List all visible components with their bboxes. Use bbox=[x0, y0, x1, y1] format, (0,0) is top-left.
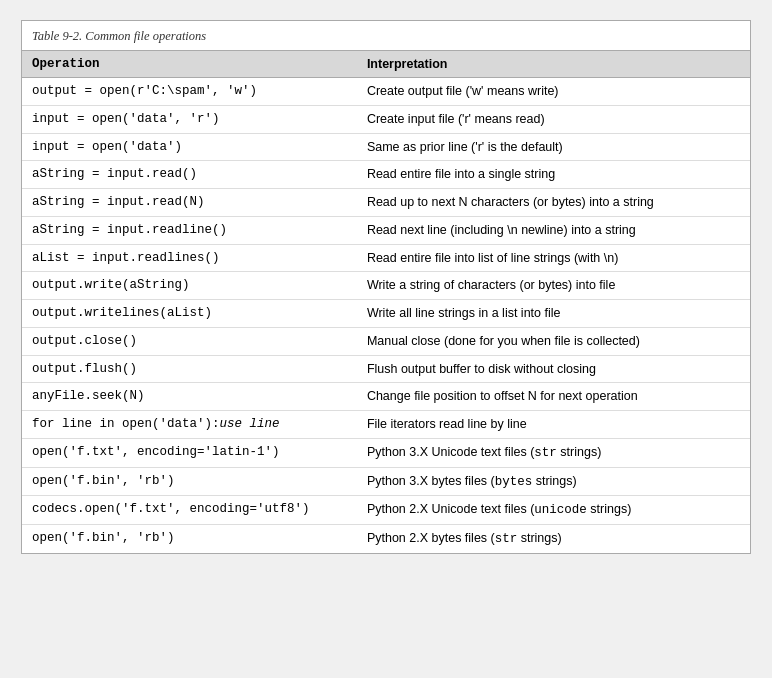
interpretation-cell: Read entire file into list of line strin… bbox=[357, 244, 750, 272]
interpretation-cell: Flush output buffer to disk without clos… bbox=[357, 355, 750, 383]
operation-cell: open('f.bin', 'rb') bbox=[22, 525, 357, 553]
operation-cell: open('f.txt', encoding='latin-1') bbox=[22, 438, 357, 467]
operation-cell: output.writelines(aList) bbox=[22, 300, 357, 328]
common-file-operations-table: Operation Interpretation output = open(r… bbox=[22, 50, 750, 553]
table-row: output = open(r'C:\spam', 'w')Create out… bbox=[22, 78, 750, 106]
table-row: output.close()Manual close (done for you… bbox=[22, 327, 750, 355]
operation-cell: codecs.open('f.txt', encoding='utf8') bbox=[22, 496, 357, 525]
interpretation-cell: Write a string of characters (or bytes) … bbox=[357, 272, 750, 300]
interpretation-cell: Python 2.X bytes files (str strings) bbox=[357, 525, 750, 553]
operation-cell: open('f.bin', 'rb') bbox=[22, 467, 357, 496]
table-caption: Table 9-2. Common file operations bbox=[22, 21, 750, 50]
operation-cell: input = open('data') bbox=[22, 133, 357, 161]
table-row: open('f.txt', encoding='latin-1')Python … bbox=[22, 438, 750, 467]
interpretation-cell: Read next line (including \n newline) in… bbox=[357, 216, 750, 244]
operation-cell: for line in open('data'):use line bbox=[22, 411, 357, 439]
table-row: open('f.bin', 'rb')Python 3.X bytes file… bbox=[22, 467, 750, 496]
table-row: output.write(aString)Write a string of c… bbox=[22, 272, 750, 300]
table-row: input = open('data')Same as prior line (… bbox=[22, 133, 750, 161]
table-header-row: Operation Interpretation bbox=[22, 51, 750, 78]
operation-cell: aList = input.readlines() bbox=[22, 244, 357, 272]
operation-cell: aString = input.read() bbox=[22, 161, 357, 189]
header-operation: Operation bbox=[22, 51, 357, 78]
table-row: aString = input.readline()Read next line… bbox=[22, 216, 750, 244]
interpretation-cell: Read entire file into a single string bbox=[357, 161, 750, 189]
table-row: open('f.bin', 'rb')Python 2.X bytes file… bbox=[22, 525, 750, 553]
header-interpretation: Interpretation bbox=[357, 51, 750, 78]
interpretation-cell: File iterators read line by line bbox=[357, 411, 750, 439]
table-container: Table 9-2. Common file operations Operat… bbox=[21, 20, 751, 554]
operation-cell: output.flush() bbox=[22, 355, 357, 383]
interpretation-cell: Python 3.X Unicode text files (str strin… bbox=[357, 438, 750, 467]
interpretation-cell: Read up to next N characters (or bytes) … bbox=[357, 189, 750, 217]
interpretation-cell: Manual close (done for you when file is … bbox=[357, 327, 750, 355]
operation-cell: output.close() bbox=[22, 327, 357, 355]
table-row: input = open('data', 'r')Create input fi… bbox=[22, 105, 750, 133]
interpretation-cell: Same as prior line ('r' is the default) bbox=[357, 133, 750, 161]
operation-cell: output.write(aString) bbox=[22, 272, 357, 300]
table-row: aString = input.read(N)Read up to next N… bbox=[22, 189, 750, 217]
operation-cell: output = open(r'C:\spam', 'w') bbox=[22, 78, 357, 106]
table-row: aString = input.read()Read entire file i… bbox=[22, 161, 750, 189]
interpretation-cell: Python 2.X Unicode text files (unicode s… bbox=[357, 496, 750, 525]
operation-cell: anyFile.seek(N) bbox=[22, 383, 357, 411]
operation-cell: aString = input.read(N) bbox=[22, 189, 357, 217]
interpretation-cell: Write all line strings in a list into fi… bbox=[357, 300, 750, 328]
table-row: for line in open('data'):use lineFile it… bbox=[22, 411, 750, 439]
table-row: output.writelines(aList)Write all line s… bbox=[22, 300, 750, 328]
table-row: codecs.open('f.txt', encoding='utf8')Pyt… bbox=[22, 496, 750, 525]
interpretation-cell: Python 3.X bytes files (bytes strings) bbox=[357, 467, 750, 496]
interpretation-cell: Create output file ('w' means write) bbox=[357, 78, 750, 106]
operation-cell: aString = input.readline() bbox=[22, 216, 357, 244]
operation-cell: input = open('data', 'r') bbox=[22, 105, 357, 133]
interpretation-cell: Create input file ('r' means read) bbox=[357, 105, 750, 133]
table-row: aList = input.readlines()Read entire fil… bbox=[22, 244, 750, 272]
table-row: output.flush()Flush output buffer to dis… bbox=[22, 355, 750, 383]
table-row: anyFile.seek(N)Change file position to o… bbox=[22, 383, 750, 411]
interpretation-cell: Change file position to offset N for nex… bbox=[357, 383, 750, 411]
